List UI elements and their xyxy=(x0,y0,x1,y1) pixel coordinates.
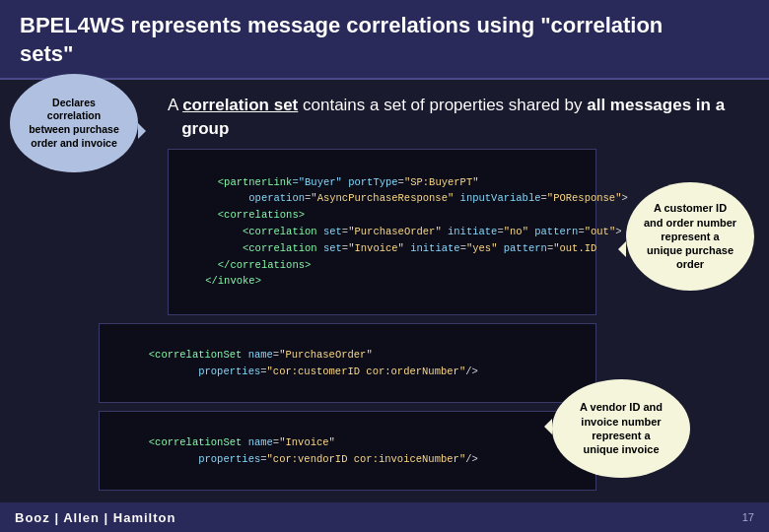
company-logo: Booz | Allen | Hamilton xyxy=(15,510,175,525)
slide-title: BPEL4WS represents message correlations … xyxy=(20,12,749,68)
code-block-purchase-order: <correlationSet name="PurchaseOrder" pro… xyxy=(99,323,596,403)
bottom-bar: Booz | Allen | Hamilton 17 xyxy=(0,502,769,532)
bubble-vendor-id: A vendor ID and invoice number represent… xyxy=(552,379,690,478)
title-line2: sets" xyxy=(20,41,73,66)
title-line1: BPEL4WS represents message correlations … xyxy=(20,13,663,37)
slide: BPEL4WS represents message correlations … xyxy=(0,0,769,532)
bubble-vendor-text: A vendor ID and invoice number represent… xyxy=(580,400,663,456)
page-number: 17 xyxy=(742,511,754,523)
term-correlation-set: correlation set xyxy=(182,96,298,114)
bubble-customer-text: A customer ID and order number represent… xyxy=(644,201,736,271)
bubble-customer-id: A customer ID and order number represent… xyxy=(626,182,754,291)
code-block-main: <partnerLink="Buyer" portType="SP:BuyerP… xyxy=(168,149,596,315)
subtitle: A correlation set contains a set of prop… xyxy=(168,94,749,141)
code-block-invoice: <correlationSet name="Invoice" propertie… xyxy=(99,411,596,491)
title-area: BPEL4WS represents message correlations … xyxy=(0,0,769,80)
